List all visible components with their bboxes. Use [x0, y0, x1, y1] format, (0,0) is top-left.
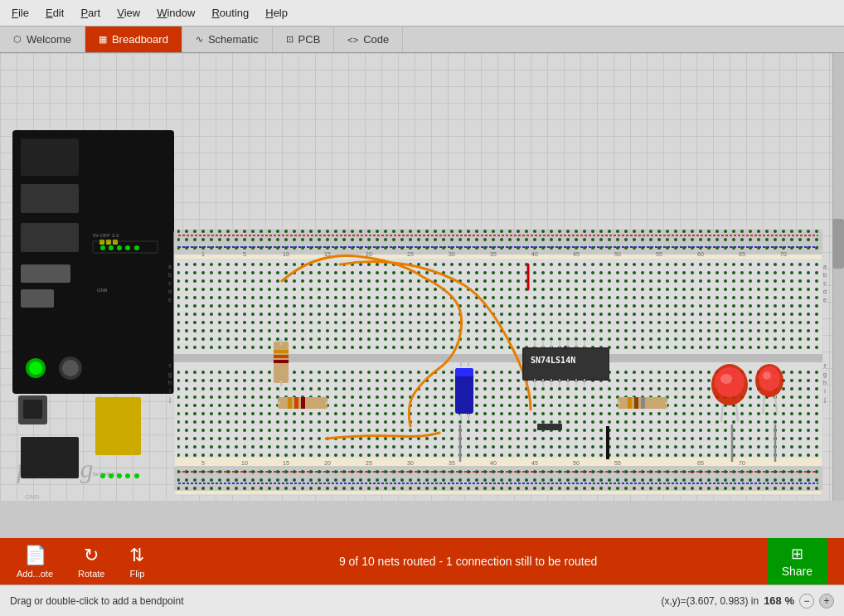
svg-rect-95 [294, 397, 298, 409]
scrollbar-thumb[interactable] [832, 219, 844, 269]
svg-rect-123 [628, 397, 632, 409]
svg-text:j: j [168, 396, 171, 403]
menu-edit[interactable]: Edit [37, 3, 72, 22]
pcb-icon: ⊡ [286, 34, 293, 45]
svg-text:10: 10 [283, 251, 289, 257]
menu-window[interactable]: Window [148, 3, 203, 22]
svg-rect-47 [177, 259, 822, 350]
svg-text:65: 65 [739, 251, 745, 257]
zoom-level: 168 % [764, 594, 794, 607]
svg-rect-94 [288, 397, 292, 409]
svg-text:5V OFF 3.3: 5V OFF 3.3 [93, 233, 119, 238]
share-icon: ⊞ [791, 545, 803, 563]
tab-pcb[interactable]: ⊡ PCB [273, 27, 335, 52]
svg-text:GN9: GN9 [97, 288, 108, 293]
svg-point-19 [109, 245, 114, 250]
svg-text:20: 20 [324, 460, 331, 466]
svg-text:d: d [168, 289, 172, 294]
menu-file[interactable]: File [3, 3, 37, 22]
tab-code[interactable]: <> Code [334, 27, 403, 52]
svg-text:a: a [168, 264, 172, 269]
menu-routing[interactable]: Routing [203, 3, 257, 22]
svg-rect-90 [274, 360, 289, 363]
svg-text:50: 50 [573, 460, 580, 466]
svg-text:45: 45 [573, 251, 580, 257]
svg-point-21 [125, 245, 130, 250]
svg-text:f: f [169, 363, 171, 369]
add-note-button[interactable]: 📄 Add...ote [17, 545, 53, 579]
share-button[interactable]: ⊞ Share [767, 538, 827, 584]
canvas-area[interactable]: fritzing [0, 53, 844, 501]
welcome-icon: ⬡ [13, 34, 22, 45]
svg-rect-14 [99, 240, 104, 245]
svg-point-20 [117, 245, 122, 250]
svg-text:25: 25 [366, 460, 372, 466]
svg-point-22 [134, 245, 139, 250]
svg-rect-5 [21, 289, 54, 308]
svg-text:b: b [168, 272, 172, 278]
svg-point-7 [29, 361, 42, 375]
svg-text:70: 70 [780, 251, 787, 257]
zoom-in-button[interactable]: + [819, 594, 834, 609]
coordinates-display: (x,y)=(3.607, 0.983) in [661, 595, 759, 607]
menu-view[interactable]: View [109, 3, 148, 22]
svg-text:a: a [823, 264, 827, 269]
svg-point-26 [109, 473, 114, 478]
svg-rect-124 [634, 397, 638, 409]
svg-text:15: 15 [283, 460, 289, 466]
svg-point-27 [117, 473, 122, 478]
svg-rect-96 [301, 397, 305, 409]
svg-rect-15 [106, 240, 111, 245]
schematic-icon: ∿ [196, 34, 203, 45]
flip-button[interactable]: ⇅ Flip [129, 545, 144, 579]
tab-schematic[interactable]: ∿ Schematic [182, 27, 273, 52]
svg-text:65: 65 [697, 460, 704, 466]
svg-point-18 [100, 245, 105, 250]
svg-text:c: c [168, 280, 172, 286]
svg-rect-4 [21, 264, 70, 283]
svg-text:50: 50 [614, 251, 621, 257]
svg-text:d: d [823, 289, 827, 294]
svg-text:e: e [168, 297, 172, 303]
zoom-controls: (x,y)=(3.607, 0.983) in 168 % − + [661, 594, 834, 609]
svg-rect-46 [177, 242, 822, 255]
svg-rect-36 [174, 354, 822, 362]
breadboard-svg: 5V OFF 3.3 5V OFF 3.3 GND GN9 [0, 53, 832, 501]
svg-text:j: j [823, 396, 826, 403]
breadboard-icon: ▦ [99, 34, 107, 45]
svg-text:40: 40 [490, 460, 497, 466]
svg-text:10: 10 [241, 460, 248, 466]
tab-breadboard[interactable]: ▦ Breadboard [85, 27, 182, 52]
svg-text:20: 20 [366, 251, 372, 257]
svg-rect-50 [177, 478, 822, 491]
svg-rect-100 [455, 368, 473, 376]
menu-part[interactable]: Part [72, 3, 109, 22]
svg-text:55: 55 [614, 460, 621, 466]
svg-point-130 [720, 374, 732, 384]
svg-text:g: g [168, 371, 172, 378]
svg-text:i: i [824, 388, 826, 394]
svg-rect-89 [274, 355, 289, 358]
tab-welcome[interactable]: ⬡ Welcome [0, 27, 85, 52]
svg-text:35: 35 [449, 460, 455, 466]
statusbar: Drag or double-click to add a bendpoint … [0, 584, 844, 616]
routing-status: 9 of 10 nets routed - 1 connection still… [169, 555, 766, 568]
zoom-out-button[interactable]: − [799, 594, 814, 609]
svg-rect-16 [113, 240, 118, 245]
svg-text:45: 45 [531, 460, 538, 466]
svg-text:h: h [823, 380, 827, 386]
svg-point-135 [763, 371, 771, 380]
scrollbar-vertical[interactable] [832, 53, 844, 501]
svg-rect-49 [177, 466, 822, 478]
svg-rect-142 [537, 424, 562, 430]
svg-text:30: 30 [449, 251, 455, 257]
menu-help[interactable]: Help [257, 3, 296, 22]
add-note-icon: 📄 [24, 545, 46, 566]
svg-text:g: g [823, 371, 827, 378]
svg-text:GND: GND [25, 493, 40, 501]
svg-text:60: 60 [697, 251, 704, 257]
svg-text:40: 40 [531, 251, 538, 257]
rotate-button[interactable]: ↻ Rotate [78, 545, 104, 579]
svg-rect-12 [21, 437, 79, 478]
svg-text:SN74LS14N: SN74LS14N [531, 356, 575, 365]
